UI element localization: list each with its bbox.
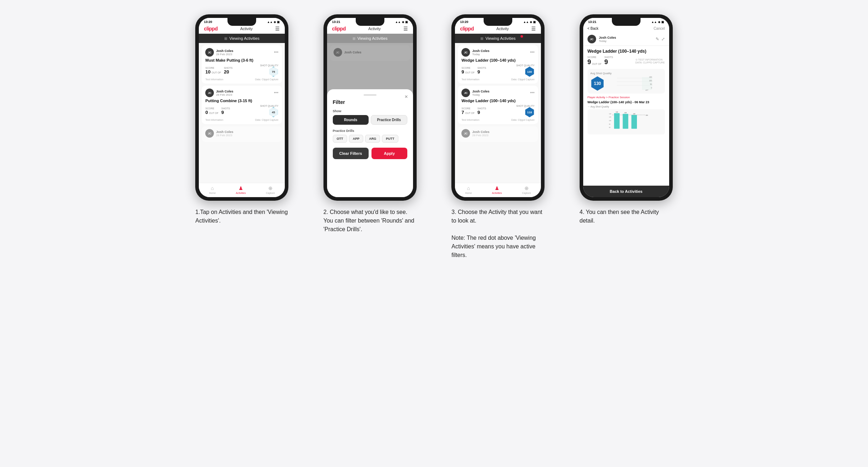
- capture-label-3: Capture: [522, 192, 531, 194]
- header-center-1: Activity: [240, 27, 253, 31]
- outof-3b: OUT OF: [465, 112, 474, 114]
- back-to-activities-btn[interactable]: Back to Activities: [583, 186, 669, 197]
- capture-icon-1[interactable]: ⊕: [268, 185, 273, 191]
- banner-text-3: Viewing Activities: [485, 36, 515, 40]
- info-3a: Test Information: [461, 78, 479, 81]
- detail-outof: OUT OF: [592, 63, 601, 65]
- logo-2: clippd: [332, 26, 346, 32]
- svg-text:132: 132: [615, 111, 618, 113]
- apply-btn[interactable]: Apply: [371, 148, 407, 159]
- status-time-2: 13:21: [332, 20, 340, 24]
- drill-arg[interactable]: ARG: [365, 135, 380, 143]
- activities-icon-3[interactable]: ♟: [495, 185, 499, 191]
- dots-menu-2[interactable]: •••: [274, 90, 279, 95]
- nav-capture-1[interactable]: ⊕ Capture: [266, 185, 275, 194]
- step-1-column: 13:20 ▲▲ ◈ ▣ clippd Activity ☰ ⊞ Viewi: [183, 14, 301, 259]
- page-container: 13:20 ▲▲ ◈ ▣ clippd Activity ☰ ⊞ Viewi: [183, 14, 685, 259]
- user-row-3c: JC Josh Coles 28 Feb 2023: [461, 129, 489, 138]
- detail-stats-row: Score 9 OUT OF Shots 9 ⊙ Te: [588, 56, 665, 66]
- filter-tabs: Rounds Practice Drills: [333, 115, 407, 125]
- shots-label-1: Shots: [224, 67, 232, 69]
- user-date-3c: 28 Feb 2023: [472, 134, 489, 137]
- user-name-3: Josh Coles: [216, 130, 233, 134]
- activity-item-3a[interactable]: JC Josh Coles Today ••• Wedge Ladder (10…: [458, 45, 538, 84]
- drill-app[interactable]: APP: [349, 135, 364, 143]
- bar-chart: 140 120 100 80 60 124 132 1: [588, 109, 665, 134]
- expand-icon[interactable]: ⤢: [661, 37, 665, 42]
- viewing-banner-1[interactable]: ⊞ Viewing Activities: [199, 34, 285, 43]
- nav-home-3[interactable]: ⌂ Home: [465, 185, 472, 194]
- score-val-3a: 9: [461, 69, 464, 75]
- clear-filters-btn[interactable]: Clear Filters: [333, 148, 369, 159]
- data-3b: Data: Clippd Capture: [511, 119, 534, 121]
- svg-text:100: 100: [649, 80, 652, 82]
- stats-row-3b: Score 7 OUT OF Shots 9: [461, 105, 534, 117]
- practice-drills-tab[interactable]: Practice Drills: [371, 115, 407, 125]
- dots-menu-1[interactable]: •••: [274, 50, 279, 55]
- capture-icon-3[interactable]: ⊕: [524, 185, 529, 191]
- avatar-3a: JC: [461, 48, 470, 57]
- score-val-2: 0: [205, 110, 208, 115]
- detail-info: ⊙ Test Information Data: Clippd Capture: [636, 58, 665, 64]
- svg-text:130: 130: [649, 76, 652, 78]
- viewing-banner-3[interactable]: ⊞ Viewing Activities: [455, 34, 541, 43]
- activity-list-3: JC Josh Coles Today ••• Wedge Ladder (10…: [455, 43, 541, 183]
- back-button[interactable]: < Back: [588, 27, 599, 30]
- svg-text:124: 124: [646, 115, 648, 116]
- home-icon-3[interactable]: ⌂: [467, 185, 470, 191]
- activity-item-2[interactable]: JC Josh Coles 28 Feb 2023 ••• Putting Co…: [202, 86, 282, 124]
- edit-icon[interactable]: ✎: [656, 37, 659, 42]
- bottom-nav-3: ⌂ Home ♟ Activities ⊕ Capture: [455, 183, 541, 197]
- screen2-content: JC Josh Coles ✕ Filter Show: [327, 43, 413, 197]
- cancel-button[interactable]: Cancel: [654, 27, 665, 30]
- activity-item-1[interactable]: JC Josh Coles 28 Feb 2023 ••• Must Make …: [202, 45, 282, 84]
- caption-4: 4. You can then see the Activity detail.: [580, 208, 673, 225]
- info-text-2: Test Information: [205, 119, 223, 121]
- home-icon-1[interactable]: ⌂: [211, 185, 214, 191]
- modal-close-icon[interactable]: ✕: [404, 94, 408, 99]
- drill-ott[interactable]: OTT: [333, 135, 347, 143]
- activity-item-3b[interactable]: JC Josh Coles Today ••• Wedge Ladder (10…: [458, 86, 538, 124]
- rounds-tab[interactable]: Rounds: [333, 115, 369, 125]
- signal-icon-2: ▲▲: [395, 20, 401, 24]
- screen-3: 13:20 ▲▲ ◈ ▣ clippd Activity ☰ ⊞ Viewi: [455, 18, 541, 197]
- detail-shots-label: Shots: [604, 56, 613, 58]
- avatar-1: JC: [205, 48, 214, 57]
- nav-activities-1[interactable]: ♟ Activities: [236, 185, 246, 194]
- phone-1: 13:20 ▲▲ ◈ ▣ clippd Activity ☰ ⊞ Viewi: [195, 14, 288, 201]
- menu-icon-2[interactable]: ☰: [403, 26, 408, 32]
- drill-putt[interactable]: PUTT: [382, 135, 398, 143]
- svg-text:60: 60: [609, 127, 610, 128]
- viewing-banner-2-dimmed: ⊞ Viewing Activities: [327, 34, 413, 43]
- detail-score-val: 9: [588, 58, 591, 66]
- stats-row-2: Score 0 OUT OF Shots 9: [205, 105, 278, 117]
- nav-activities-3[interactable]: ♟ Activities: [492, 185, 502, 194]
- user-row-2: JC Josh Coles 28 Feb 2023: [205, 89, 233, 97]
- filter-icon-1: ⊞: [224, 37, 227, 40]
- svg-rect-16: [614, 113, 619, 129]
- user-name-3a: Josh Coles: [472, 49, 489, 53]
- activities-icon-1[interactable]: ♟: [239, 185, 243, 191]
- dots-menu-3b[interactable]: •••: [530, 90, 535, 95]
- step-4-column: 13:21 ▲▲ ◈ ▣ < Back Cancel JC Josh: [567, 14, 685, 259]
- dots-menu-3a[interactable]: •••: [530, 50, 535, 55]
- notch-1: [227, 18, 256, 26]
- notch-3: [484, 18, 512, 26]
- status-icons-4: ▲▲ ◈ ▣: [651, 20, 664, 24]
- nav-home-1[interactable]: ⌂ Home: [209, 185, 216, 194]
- svg-text:50: 50: [650, 83, 652, 85]
- user-row-3: JC Josh Coles 28 Feb 2023: [205, 129, 233, 138]
- quality-label-2: Shot Quality: [260, 105, 278, 107]
- battery-icon-3: ▣: [533, 20, 536, 24]
- menu-icon-3[interactable]: ☰: [531, 26, 536, 32]
- sub-section-title: Wedge Ladder (100–140 yds) - 06 Mar 23: [588, 100, 665, 104]
- nav-capture-3[interactable]: ⊕ Capture: [522, 185, 531, 194]
- notch-4: [612, 18, 641, 26]
- screen-4: 13:21 ▲▲ ◈ ▣ < Back Cancel JC Josh: [583, 18, 669, 197]
- drill-buttons: OTT APP ARG PUTT: [333, 135, 407, 143]
- menu-icon-1[interactable]: ☰: [275, 26, 280, 32]
- user-date-1: 28 Feb 2023: [216, 53, 233, 56]
- user-date-3: 28 Feb 2023: [216, 134, 233, 137]
- filter-icon-3: ⊞: [480, 37, 483, 40]
- avg-sq-label: Avg Shot Quality: [590, 72, 662, 75]
